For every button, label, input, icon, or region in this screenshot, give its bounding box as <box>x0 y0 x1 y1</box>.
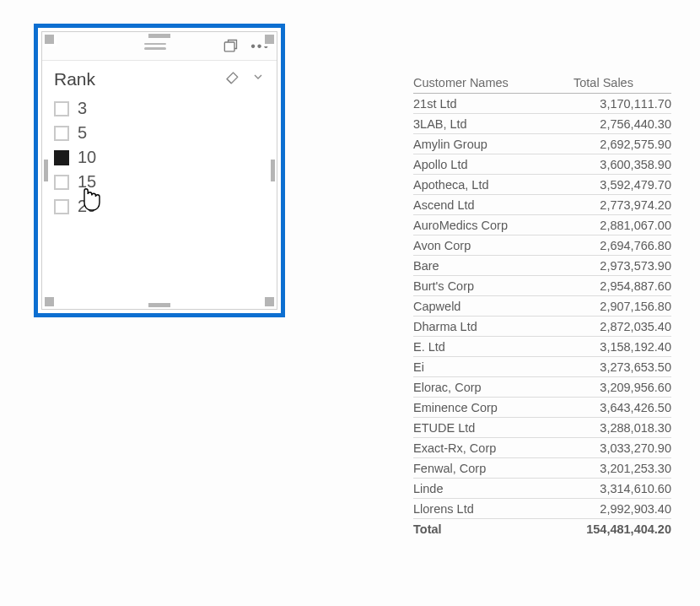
table-row[interactable]: E. Ltd3,158,192.40 <box>413 337 671 357</box>
cell-customer-name: Bare <box>413 259 573 273</box>
sales-table: Customer Names Total Sales 21st Ltd3,170… <box>413 76 671 536</box>
cell-customer-name: 21st Ltd <box>413 97 573 111</box>
cell-customer-name: Apollo Ltd <box>413 158 573 171</box>
cell-total-sales: 2,756,440.30 <box>573 117 671 131</box>
slicer-item-label: 10 <box>78 148 96 167</box>
resize-handle-tr[interactable] <box>262 35 274 46</box>
svg-rect-0 <box>225 42 235 51</box>
table-row[interactable]: 3LAB, Ltd2,756,440.30 <box>413 114 671 134</box>
cell-total-sales: 2,694,766.80 <box>573 239 671 252</box>
drag-grip-icon[interactable] <box>144 43 166 50</box>
slicer-title: Rank <box>54 69 95 89</box>
slicer-item[interactable]: 5 <box>54 121 265 145</box>
focus-mode-icon[interactable] <box>222 38 239 55</box>
table-row[interactable]: Avon Corp2,694,766.80 <box>413 235 671 256</box>
slicer-visual-frame[interactable]: ••• Rank 35101520 <box>34 24 285 317</box>
cell-total-sales: 3,592,479.70 <box>573 178 671 192</box>
resize-handle-bl[interactable] <box>45 295 57 306</box>
slicer-item-label: 3 <box>78 99 87 118</box>
cell-customer-name: 3LAB, Ltd <box>413 117 573 131</box>
table-row[interactable]: Eminence Corp3,643,426.50 <box>413 398 671 418</box>
table-row[interactable]: Ei3,273,653.50 <box>413 357 671 377</box>
cell-customer-name: ETUDE Ltd <box>413 421 573 435</box>
cell-customer-name: Apotheca, Ltd <box>413 178 573 192</box>
cell-total-sales: 2,992,903.40 <box>573 502 671 516</box>
cell-total-sales: 3,273,653.50 <box>573 360 671 374</box>
slicer-item-label: 5 <box>78 123 87 143</box>
slicer-items-list: 35101520 <box>42 95 277 220</box>
table-row[interactable]: Capweld2,907,156.80 <box>413 296 671 317</box>
slicer-checkbox[interactable] <box>54 175 69 190</box>
resize-handle-b[interactable] <box>148 303 170 307</box>
cell-total-sales: 2,973,573.90 <box>573 259 671 273</box>
cell-total-sales: 3,288,018.30 <box>573 421 671 435</box>
slicer-item[interactable]: 10 <box>54 145 265 170</box>
slicer-title-row: Rank <box>42 61 277 95</box>
cell-total-sales: 3,033,270.90 <box>573 441 671 455</box>
cell-customer-name: Dharma Ltd <box>413 320 573 333</box>
cell-customer-name: Llorens Ltd <box>413 502 573 516</box>
cell-customer-name: Burt's Corp <box>413 279 573 293</box>
column-header-sales[interactable]: Total Sales <box>573 76 671 89</box>
total-value: 154,481,404.20 <box>562 522 671 536</box>
slicer-checkbox[interactable] <box>54 126 69 141</box>
resize-handle-l[interactable] <box>44 160 48 181</box>
chevron-down-icon[interactable] <box>251 70 265 89</box>
cell-total-sales: 2,881,067.00 <box>573 219 671 232</box>
cell-customer-name: Elorac, Corp <box>413 381 573 394</box>
table-row[interactable]: Llorens Ltd2,992,903.40 <box>413 499 671 519</box>
slicer-visual-inner: ••• Rank 35101520 <box>41 31 277 310</box>
table-row[interactable]: Fenwal, Corp3,201,253.30 <box>413 458 671 479</box>
cell-total-sales: 3,209,956.60 <box>573 381 671 394</box>
cell-total-sales: 2,954,887.60 <box>573 279 671 293</box>
resize-handle-br[interactable] <box>262 295 274 306</box>
column-header-customer[interactable]: Customer Names <box>413 76 573 89</box>
table-row[interactable]: Bare2,973,573.90 <box>413 256 671 276</box>
table-row[interactable]: Elorac, Corp3,209,956.60 <box>413 377 671 398</box>
cell-total-sales: 3,643,426.50 <box>573 401 671 414</box>
resize-handle-r[interactable] <box>271 160 275 181</box>
cell-customer-name: Amylin Group <box>413 138 573 151</box>
slicer-item[interactable]: 20 <box>54 194 265 219</box>
table-row[interactable]: Burt's Corp2,954,887.60 <box>413 276 671 296</box>
cell-total-sales: 3,158,192.40 <box>573 340 671 354</box>
table-row[interactable]: ETUDE Ltd3,288,018.30 <box>413 418 671 438</box>
cell-customer-name: Ascend Ltd <box>413 198 573 212</box>
cell-customer-name: Avon Corp <box>413 239 573 252</box>
table-row[interactable]: Linde3,314,610.60 <box>413 479 671 499</box>
table-row[interactable]: Apollo Ltd3,600,358.90 <box>413 154 671 175</box>
cell-total-sales: 2,773,974.20 <box>573 198 671 212</box>
cell-total-sales: 2,872,035.40 <box>573 320 671 333</box>
slicer-checkbox[interactable] <box>54 150 69 165</box>
table-row[interactable]: Amylin Group2,692,575.90 <box>413 134 671 154</box>
table-header: Customer Names Total Sales <box>413 76 671 94</box>
slicer-checkbox[interactable] <box>54 199 69 214</box>
cell-customer-name: Ei <box>413 360 573 374</box>
cell-customer-name: Eminence Corp <box>413 401 573 414</box>
cell-total-sales: 2,907,156.80 <box>573 300 671 313</box>
cell-total-sales: 3,170,111.70 <box>573 97 671 111</box>
eraser-icon[interactable] <box>224 70 240 89</box>
table-total-row: Total 154,481,404.20 <box>413 519 671 536</box>
resize-handle-t[interactable] <box>148 34 170 38</box>
table-row[interactable]: Dharma Ltd2,872,035.40 <box>413 317 671 337</box>
cell-customer-name: Fenwal, Corp <box>413 462 573 475</box>
table-row[interactable]: Apotheca, Ltd3,592,479.70 <box>413 175 671 195</box>
cell-total-sales: 2,692,575.90 <box>573 138 671 151</box>
slicer-item-label: 20 <box>78 197 96 216</box>
cell-total-sales: 3,600,358.90 <box>573 158 671 171</box>
slicer-item[interactable]: 3 <box>54 96 265 121</box>
total-label: Total <box>413 522 562 536</box>
cell-customer-name: Exact-Rx, Corp <box>413 441 573 455</box>
table-row[interactable]: Ascend Ltd2,773,974.20 <box>413 195 671 215</box>
table-row[interactable]: AuroMedics Corp2,881,067.00 <box>413 215 671 235</box>
cell-customer-name: Capweld <box>413 300 573 313</box>
resize-handle-tl[interactable] <box>45 35 57 46</box>
cell-total-sales: 3,201,253.30 <box>573 462 671 475</box>
slicer-item-label: 15 <box>78 172 96 192</box>
slicer-item[interactable]: 15 <box>54 170 265 194</box>
slicer-checkbox[interactable] <box>54 101 69 116</box>
table-row[interactable]: Exact-Rx, Corp3,033,270.90 <box>413 438 671 458</box>
table-row[interactable]: 21st Ltd3,170,111.70 <box>413 94 671 114</box>
table-body: 21st Ltd3,170,111.703LAB, Ltd2,756,440.3… <box>413 94 671 519</box>
